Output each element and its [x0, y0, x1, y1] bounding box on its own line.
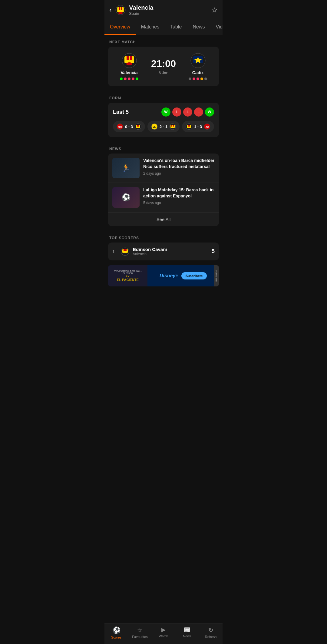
ad-label: Publicidad [214, 265, 219, 286]
match-center: 21:00 6 Jan [145, 58, 182, 75]
nav-tabs: Overview Matches Table News Video Player… [104, 20, 223, 35]
match-time: 21:00 [145, 58, 182, 69]
svg-rect-6 [124, 56, 134, 63]
subscribe-button[interactable]: Suscríbete [181, 272, 207, 279]
home-team-name: Valencia [121, 70, 137, 75]
svg-rect-7 [127, 56, 129, 60]
scorer-info-1: Edinson Cavani Valencia [133, 247, 208, 256]
svg-text:MIR: MIR [118, 126, 122, 128]
form-badge-2: L [172, 107, 181, 117]
news-card: 🏃 Valencia's on-loan Barca midfielder Ni… [108, 154, 219, 226]
next-match-card: Valencia 21:00 6 Jan Cadiz [108, 47, 219, 86]
ad-subtitle: STEVE CARELL DOMHNALL GLEESON [109, 270, 146, 274]
ad-left-section: STEVE CARELL DOMHNALL GLEESON FX EL PACI… [108, 265, 147, 286]
nav-scores[interactable]: ⚽ Scores [104, 626, 128, 639]
svg-rect-23 [171, 125, 172, 127]
news-thumb-2: ⚽ [112, 187, 140, 208]
news-item-2[interactable]: ⚽ LaLiga Matchday 15: Barca back in acti… [108, 183, 219, 212]
nav-refresh-label: Refresh [205, 635, 217, 639]
tab-overview[interactable]: Overview [104, 20, 136, 35]
refresh-icon: ↻ [208, 626, 213, 634]
tab-video[interactable]: Video [210, 20, 223, 35]
scorer-team-logo-1 [121, 247, 129, 256]
form-badge-3: L [183, 107, 192, 117]
form-match-2[interactable]: VIL 2 - 1 [147, 121, 180, 132]
ad-network: FX [126, 275, 130, 278]
nav-favourites[interactable]: ☆ Favourites [128, 626, 152, 639]
away-team-name: Cadiz [192, 70, 203, 75]
form-match-3[interactable]: 1 - 3 AZ [182, 121, 214, 132]
disney-logo: Disney+ [160, 273, 178, 279]
tab-table[interactable]: Table [165, 20, 187, 35]
away-form-dots [189, 78, 207, 80]
news-item-1[interactable]: 🏃 Valencia's on-loan Barca midfielder Ni… [108, 154, 219, 183]
team-name: Valencia [129, 4, 153, 11]
svg-rect-27 [188, 125, 189, 127]
scorer-goals-1: 5 [212, 248, 215, 255]
team-info: Valencia Spain [129, 4, 153, 16]
bottom-nav: ⚽ Scores ☆ Favourites ▶ Watch 📰 News ↻ R… [104, 623, 223, 644]
form-match-1-score: 0 - 3 [125, 124, 133, 129]
news-title-1: Valencia's on-loan Barca midfielder Nico… [143, 158, 215, 170]
home-form-dots [120, 78, 138, 80]
news-time-1: 2 days ago [143, 171, 215, 176]
svg-rect-8 [130, 56, 132, 60]
form-badge-4: L [194, 107, 203, 117]
ad-banner[interactable]: STEVE CARELL DOMHNALL GLEESON FX EL PACI… [108, 265, 219, 286]
svg-rect-39 [124, 249, 125, 251]
form-matches-list: MIR 0 - 3 VIL 2 - 1 [113, 121, 214, 132]
svg-point-9 [126, 62, 132, 65]
svg-rect-24 [173, 125, 174, 127]
form-match-1[interactable]: MIR 0 - 3 [113, 121, 145, 132]
scorer-item-1[interactable]: 1 Edinson Cavani Valencia 5 [108, 243, 219, 260]
nav-watch-label: Watch [159, 634, 168, 638]
team-logo-header [115, 5, 126, 15]
nav-refresh[interactable]: ↻ Refresh [199, 626, 223, 639]
form-match-1-logo-home: MIR [117, 123, 123, 130]
form-match-1-logo-away [135, 123, 141, 130]
header: ‹ Valencia Spain ☆ [104, 0, 223, 20]
scorer-rank-1: 1 [112, 249, 117, 254]
nav-news[interactable]: 📰 News [175, 626, 199, 639]
form-match-3-logo-away: AZ [204, 123, 210, 130]
news-title-2: LaLiga Matchday 15: Barca back in action… [143, 187, 215, 199]
nav-favourites-label: Favourites [132, 635, 147, 639]
match-date: 6 Jan [145, 71, 182, 75]
form-badge-1: W [161, 107, 170, 117]
tab-news[interactable]: News [187, 20, 210, 35]
scores-icon: ⚽ [112, 626, 121, 634]
favourite-button[interactable]: ☆ [211, 6, 218, 14]
nav-watch[interactable]: ▶ Watch [152, 626, 175, 639]
form-match-2-logo-home: VIL [151, 123, 158, 130]
back-button[interactable]: ‹ [109, 6, 111, 14]
news-icon: 📰 [184, 626, 190, 633]
svg-text:VIL: VIL [153, 126, 157, 128]
news-time-2: 5 days ago [143, 201, 215, 205]
form-badges: W L L L W [161, 107, 214, 117]
see-all-button[interactable]: See All [108, 212, 219, 226]
nav-news-label: News [183, 634, 191, 638]
top-scorers-label: TOP SCORERS [104, 231, 223, 243]
tab-matches[interactable]: Matches [136, 20, 165, 35]
svg-rect-2 [119, 7, 121, 10]
svg-rect-28 [189, 125, 190, 127]
form-match-3-logo-home [186, 123, 192, 130]
form-title: Last 5 [113, 109, 129, 115]
svg-rect-16 [136, 125, 140, 128]
svg-rect-38 [122, 249, 128, 253]
news-section-label: NEWS [104, 142, 223, 154]
svg-text:AZ: AZ [206, 126, 209, 128]
scorers-card: 1 Edinson Cavani Valencia 5 [108, 243, 219, 260]
home-team-col: Valencia [113, 53, 145, 80]
svg-rect-22 [170, 125, 175, 128]
home-team-logo [121, 53, 137, 68]
svg-rect-1 [117, 7, 124, 12]
svg-rect-3 [121, 7, 122, 10]
form-label: FORM [104, 91, 223, 103]
form-badge-5: W [205, 107, 214, 117]
svg-point-4 [118, 12, 123, 14]
team-country: Spain [129, 11, 153, 16]
away-team-col: Cadiz [182, 53, 214, 80]
form-match-2-score: 2 - 1 [160, 124, 167, 129]
watch-icon: ▶ [161, 626, 166, 633]
